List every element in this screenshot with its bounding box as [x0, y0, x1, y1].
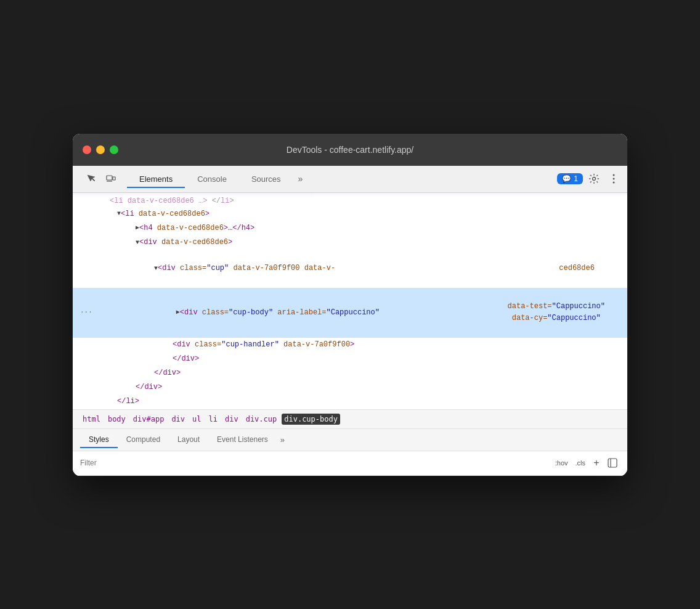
- breadcrumb-div-app[interactable]: div#app: [131, 414, 167, 425]
- html-line-close-div1[interactable]: </div>: [73, 352, 627, 366]
- notification-badge[interactable]: 💬 1: [557, 173, 583, 184]
- tabbar-right: 💬 1: [557, 170, 622, 187]
- notification-icon: 💬: [562, 174, 571, 183]
- breadcrumb-bar: html body div#app div ul li div div.cup …: [73, 409, 627, 429]
- titlebar: DevTools - coffee-cart.netlify.app/: [73, 134, 627, 166]
- html-line-close-div3[interactable]: </div>: [73, 380, 627, 394]
- panel-icon-button[interactable]: [605, 456, 620, 470]
- more-options-icon[interactable]: [605, 170, 622, 187]
- svg-rect-0: [107, 176, 112, 180]
- html-line-top[interactable]: <li data-v-ced68de6 …> </li>: [73, 193, 627, 207]
- breadcrumb-div-cup[interactable]: div.cup: [243, 414, 280, 425]
- close-button[interactable]: [83, 145, 91, 154]
- notification-count: 1: [574, 174, 578, 183]
- html-line-close-li[interactable]: </li>: [73, 394, 627, 409]
- html-line-cup-handler[interactable]: <div class="cup-handler" data-v-7a0f9f00…: [73, 338, 627, 352]
- breadcrumb-li[interactable]: li: [206, 414, 220, 425]
- toolbar-icons: [78, 170, 124, 187]
- device-icon[interactable]: [102, 170, 120, 187]
- breadcrumb-div1[interactable]: div: [169, 414, 187, 425]
- breadcrumb-div2[interactable]: div: [222, 414, 241, 425]
- svg-point-6: [613, 182, 615, 184]
- svg-point-4: [613, 174, 615, 176]
- breadcrumb-body[interactable]: body: [105, 414, 128, 425]
- breadcrumb-ul[interactable]: ul: [190, 414, 203, 425]
- tabs-more[interactable]: »: [293, 171, 308, 186]
- window-title: DevTools - coffee-cart.netlify.app/: [287, 145, 413, 155]
- tab-bar: Elements Console Sources » 💬 1: [73, 166, 627, 193]
- tab-layout[interactable]: Layout: [169, 431, 208, 448]
- maximize-button[interactable]: [110, 145, 118, 154]
- filter-bar: :hov .cls +: [73, 451, 627, 476]
- inspect-icon[interactable]: [83, 170, 100, 187]
- tab-computed[interactable]: Computed: [118, 431, 169, 448]
- cls-button[interactable]: .cls: [573, 458, 588, 468]
- html-line-cup-body[interactable]: ··· ▶ <div class="cup-body" aria-label="…: [73, 288, 627, 338]
- hov-button[interactable]: :hov: [553, 458, 571, 468]
- tab-console[interactable]: Console: [185, 171, 239, 187]
- html-line-h4[interactable]: ▶ <h4 data-v-ced68de6 > … </h4>: [73, 221, 627, 235]
- tab-styles[interactable]: Styles: [80, 431, 118, 448]
- style-tabs-more[interactable]: »: [277, 433, 288, 447]
- breadcrumb-div-cup-body[interactable]: div.cup-body: [282, 414, 340, 425]
- svg-point-3: [593, 178, 596, 181]
- html-line-close-div2[interactable]: </div>: [73, 366, 627, 380]
- tab-event-listeners[interactable]: Event Listeners: [208, 431, 277, 448]
- minimize-button[interactable]: [96, 145, 105, 154]
- styles-tabs: Styles Computed Layout Event Listeners »: [73, 429, 627, 451]
- html-line-div1[interactable]: ▼ <div data-v-ced68de6 >: [73, 235, 627, 250]
- svg-rect-1: [113, 177, 115, 180]
- tab-sources[interactable]: Sources: [239, 171, 293, 187]
- html-line-li[interactable]: ▼ <li data-v-ced68de6 >: [73, 207, 627, 221]
- devtools-window: DevTools - coffee-cart.netlify.app/ Elem…: [73, 134, 627, 476]
- traffic-lights: [83, 145, 118, 154]
- filter-input[interactable]: [80, 459, 548, 467]
- breadcrumb-html[interactable]: html: [80, 414, 103, 425]
- filter-right: :hov .cls +: [553, 456, 620, 470]
- html-line-div-cup[interactable]: ▼ <div class="cup" data-v-7a0f9f00 data-…: [73, 250, 627, 288]
- dots-indicator: ···: [80, 307, 92, 318]
- tab-elements[interactable]: Elements: [127, 171, 185, 187]
- elements-panel: <li data-v-ced68de6 …> </li> ▼ <li data-…: [73, 193, 627, 409]
- add-style-button[interactable]: +: [590, 457, 603, 469]
- svg-rect-7: [608, 459, 617, 467]
- svg-point-5: [613, 178, 615, 180]
- settings-icon[interactable]: [585, 170, 603, 187]
